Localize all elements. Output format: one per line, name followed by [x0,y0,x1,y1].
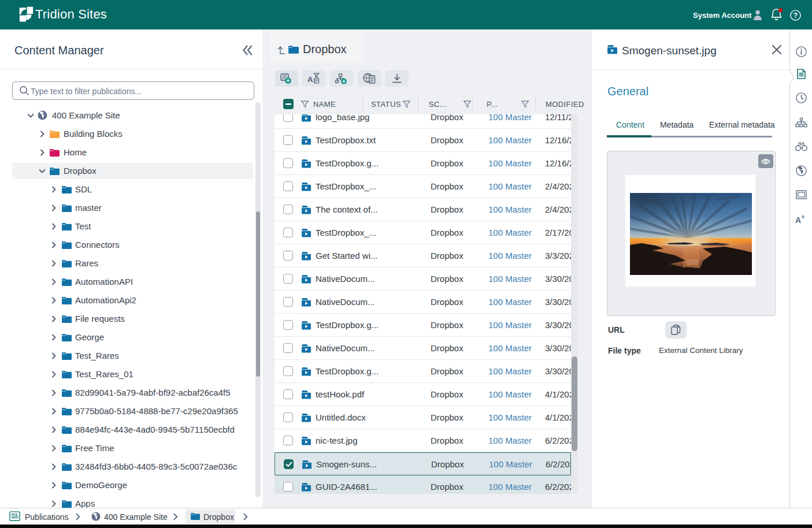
svg-text:A: A [795,215,801,224]
svg-text:x: x [802,214,804,220]
svg-text:?: ? [794,12,798,20]
svg-text:A: A [307,75,313,84]
